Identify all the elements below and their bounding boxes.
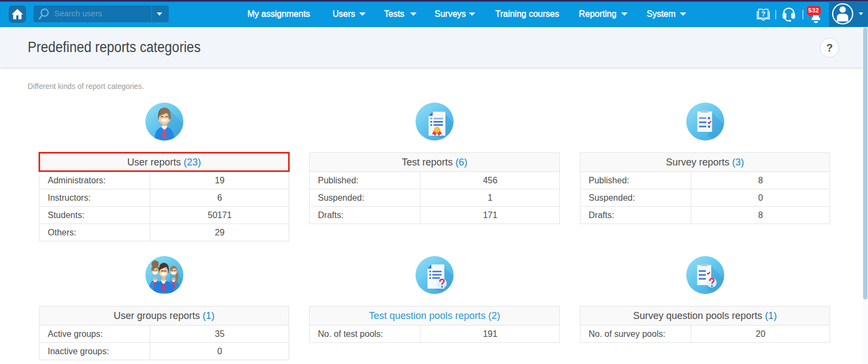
- svg-text:?: ?: [761, 10, 765, 18]
